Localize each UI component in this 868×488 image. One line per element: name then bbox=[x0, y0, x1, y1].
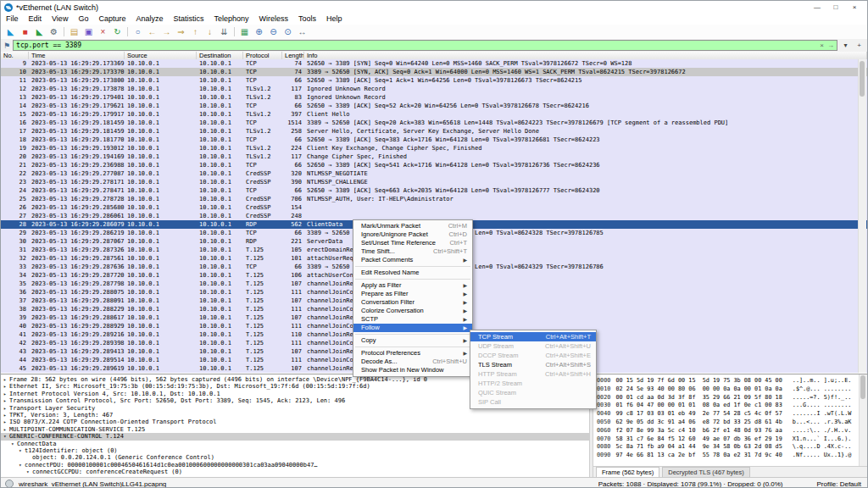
last-packet-icon[interactable]: ↓ bbox=[203, 25, 217, 38]
menu-item-edit-resolved-name[interactable]: Edit Resolved Name bbox=[353, 269, 472, 277]
detail-line[interactable]: ▾ConnectData bbox=[1, 441, 589, 447]
detail-line[interactable]: object: 0.0.20.124.0.1 (Generic Conferen… bbox=[1, 454, 589, 461]
expanded-arrow-icon[interactable]: ▾ bbox=[26, 469, 32, 475]
column-header-length[interactable]: Length bbox=[282, 52, 304, 59]
hex-scrollbar[interactable] bbox=[859, 374, 867, 467]
menu-item-follow[interactable]: Follow▶ bbox=[353, 324, 472, 332]
zoom-100-icon[interactable]: ⊙ bbox=[281, 25, 295, 38]
packet-row[interactable]: 202023-05-13 16:29:29.19416910.10.0.110.… bbox=[1, 152, 867, 161]
zoom-in-icon[interactable]: ⊕ bbox=[252, 25, 266, 38]
menu-item-tcp-stream[interactable]: TCP StreamCtrl+Alt+Shift+T bbox=[470, 332, 596, 341]
collapsed-arrow-icon[interactable]: ▸ bbox=[3, 426, 9, 433]
detail-line[interactable]: ▾connectGCCPDU: conferenceCreateRequest … bbox=[1, 469, 589, 475]
menu-item-time-shift-[interactable]: Time Shift...Ctrl+Shift+T bbox=[353, 247, 472, 256]
packet-row[interactable]: 182023-05-13 16:29:29.18177010.10.0.110.… bbox=[1, 136, 867, 144]
menu-item-decode-as-[interactable]: Decode As...Ctrl+Shift+U bbox=[353, 358, 472, 366]
hex-row[interactable]: 0060f2 07 8e 99 3a 5c c4 10 b6 2f e1 48 … bbox=[597, 427, 867, 435]
detail-line[interactable]: ▾t124Identifier: object (0) bbox=[1, 447, 589, 454]
packet-row[interactable]: 122023-05-13 16:29:29.17387810.10.0.110.… bbox=[1, 85, 867, 93]
menu-wireless[interactable]: Wireless bbox=[254, 14, 294, 25]
packet-row[interactable]: 212023-05-13 16:29:29.23698810.10.0.110.… bbox=[1, 161, 867, 169]
menu-edit[interactable]: Edit bbox=[24, 14, 47, 25]
column-header-no[interactable]: No. bbox=[1, 52, 29, 59]
packet-row[interactable]: 142023-05-13 16:29:29.17962110.10.0.110.… bbox=[1, 102, 867, 110]
open-file-icon[interactable]: ▤ bbox=[67, 25, 81, 38]
collapsed-arrow-icon[interactable]: ▸ bbox=[3, 412, 9, 419]
expanded-arrow-icon[interactable]: ▾ bbox=[19, 447, 25, 454]
menu-item-prepare-as-filter[interactable]: Prepare as Filter▶ bbox=[353, 290, 472, 298]
collapsed-arrow-icon[interactable]: ▸ bbox=[3, 419, 9, 425]
detail-line[interactable]: ▸TPKT, Version: 3, Length: 467 bbox=[1, 412, 589, 419]
packet-row[interactable]: 262023-05-13 16:29:29.28568010.10.0.110.… bbox=[1, 203, 867, 212]
collapsed-arrow-icon[interactable]: ▸ bbox=[3, 391, 9, 397]
menu-item-apply-as-filter[interactable]: Apply as Filter▶ bbox=[353, 281, 472, 290]
hex-row[interactable]: 009097 4e 66 81 13 ca 2e bf 55 78 0a e2 … bbox=[597, 452, 867, 460]
hex-row[interactable]: 001002 24 5e 93 40 00 80 06 00 00 0a 0a … bbox=[597, 385, 867, 394]
detail-line[interactable]: ▸ISO 8073/X.224 COTP Connection-Oriented… bbox=[1, 419, 589, 425]
go-forward-icon[interactable]: → bbox=[159, 25, 174, 38]
hex-row[interactable]: 002000 01 cd aa 0d 3d 3f 8f 35 29 66 21 … bbox=[597, 394, 867, 402]
hex-row[interactable]: 00805c 8a 71 fb a9 04 a1 44 9e 34 58 0b … bbox=[597, 443, 867, 452]
menu-go[interactable]: Go bbox=[73, 14, 93, 25]
hex-row[interactable]: 003001 f6 04 47 00 00 01 01 08 0a ed 1f … bbox=[597, 402, 867, 410]
packet-list-scrollbar[interactable] bbox=[858, 59, 866, 373]
packet-row[interactable]: 162023-05-13 16:29:29.18145910.10.0.110.… bbox=[1, 119, 867, 127]
column-header-protocol[interactable]: Protocol bbox=[243, 52, 282, 59]
maximize-button[interactable]: □ bbox=[826, 1, 845, 14]
go-to-packet-icon[interactable]: ⇒ bbox=[174, 25, 188, 38]
expanded-arrow-icon[interactable]: ▾ bbox=[3, 433, 9, 440]
column-header-info[interactable]: Info bbox=[304, 52, 867, 59]
menu-item-http-stream[interactable]: HTTP StreamCtrl+Alt+Shift+H bbox=[470, 369, 596, 379]
resize-columns-icon[interactable]: ↔ bbox=[295, 25, 309, 38]
menu-item-ignore-unignore-packet[interactable]: Ignore/Unignore PacketCtrl+D bbox=[353, 230, 472, 239]
expanded-arrow-icon[interactable]: ▾ bbox=[11, 441, 17, 447]
expanded-arrow-icon[interactable]: ▾ bbox=[19, 462, 25, 469]
menu-item-sip-call[interactable]: SIP Call bbox=[470, 397, 596, 407]
hex-row[interactable]: 007058 31 c7 6e 84 f5 12 60 49 ae 07 db … bbox=[597, 435, 867, 444]
menu-capture[interactable]: Capture bbox=[93, 14, 131, 25]
packet-row[interactable]: 192023-05-13 16:29:29.19301210.10.0.110.… bbox=[1, 144, 867, 152]
menu-item-tls-stream[interactable]: TLS StreamCtrl+Alt+Shift+S bbox=[470, 360, 596, 369]
menu-item-colorize-conversation[interactable]: Colorize Conversation▶ bbox=[353, 307, 472, 315]
apply-filter-icon[interactable]: → bbox=[827, 41, 834, 50]
column-header-destination[interactable]: Destination bbox=[197, 52, 243, 59]
menu-telephony[interactable]: Telephony bbox=[209, 14, 253, 25]
menu-view[interactable]: View bbox=[47, 14, 73, 25]
add-filter-button[interactable]: + bbox=[854, 42, 865, 49]
packet-row[interactable]: 232023-05-13 16:29:29.27817110.10.0.110.… bbox=[1, 178, 867, 186]
close-button[interactable]: × bbox=[845, 1, 864, 14]
packet-row[interactable]: 172023-05-13 16:29:29.18145910.10.0.110.… bbox=[1, 127, 867, 136]
hex-row[interactable]: 005062 9e 05 dd 3c 91 a4 06 e8 72 bd 33 … bbox=[597, 419, 867, 427]
expert-info-icon[interactable] bbox=[5, 480, 14, 488]
packet-row[interactable]: 222023-05-13 16:29:29.27708710.10.0.110.… bbox=[1, 169, 867, 178]
colorize-icon[interactable]: ▦ bbox=[237, 25, 252, 38]
packet-row[interactable]: 102023-05-13 16:29:29.17337010.10.0.110.… bbox=[1, 68, 867, 76]
scrollbar-thumb[interactable] bbox=[860, 61, 865, 97]
menu-item-protocol-preferences[interactable]: Protocol Preferences▶ bbox=[353, 349, 472, 358]
restart-capture-icon[interactable]: ◣ bbox=[32, 25, 47, 38]
menu-item-show-packet-in-new-window[interactable]: Show Packet in New Window bbox=[353, 366, 472, 374]
menu-item-set-unset-time-reference[interactable]: Set/Unset Time ReferenceCtrl+T bbox=[353, 239, 472, 247]
column-header-time[interactable]: Time bbox=[29, 52, 125, 59]
packet-row[interactable]: 112023-05-13 16:29:29.17380010.10.0.110.… bbox=[1, 76, 867, 85]
menu-item-http-2-stream[interactable]: HTTP/2 Stream bbox=[470, 379, 596, 388]
packet-row[interactable]: 242023-05-13 16:29:29.27847110.10.0.110.… bbox=[1, 186, 867, 195]
packet-row[interactable]: 132023-05-13 16:29:29.17940110.10.0.110.… bbox=[1, 93, 867, 102]
column-header-source[interactable]: Source bbox=[125, 52, 197, 59]
menu-item-packet-comments[interactable]: Packet Comments▶ bbox=[353, 256, 472, 264]
menu-item-conversation-filter[interactable]: Conversation Filter▶ bbox=[353, 298, 472, 307]
menu-item-udp-stream[interactable]: UDP StreamCtrl+Alt+Shift+U bbox=[470, 341, 596, 351]
menu-help[interactable]: Help bbox=[321, 14, 348, 25]
menu-item-copy[interactable]: Copy▶ bbox=[353, 336, 472, 345]
scrollbar-thumb[interactable] bbox=[860, 375, 865, 399]
find-packet-icon[interactable]: ○ bbox=[131, 25, 145, 38]
zoom-out-icon[interactable]: ⊖ bbox=[266, 25, 281, 38]
filter-dropdown-icon[interactable]: ▾ bbox=[840, 42, 851, 49]
packet-row[interactable]: 92023-05-13 16:29:29.17336910.10.0.110.1… bbox=[1, 59, 867, 68]
detail-line[interactable]: ▾GENERIC-CONFERENCE-CONTROL T.124 bbox=[1, 433, 589, 440]
menu-analyze[interactable]: Analyze bbox=[131, 14, 168, 25]
close-file-icon[interactable]: × bbox=[96, 25, 110, 38]
first-packet-icon[interactable]: ↑ bbox=[188, 25, 203, 38]
display-filter-input[interactable] bbox=[16, 42, 816, 49]
hex-row[interactable]: 000000 15 5d 19 7f 6d 00 15 5d 19 75 3b … bbox=[597, 377, 867, 385]
